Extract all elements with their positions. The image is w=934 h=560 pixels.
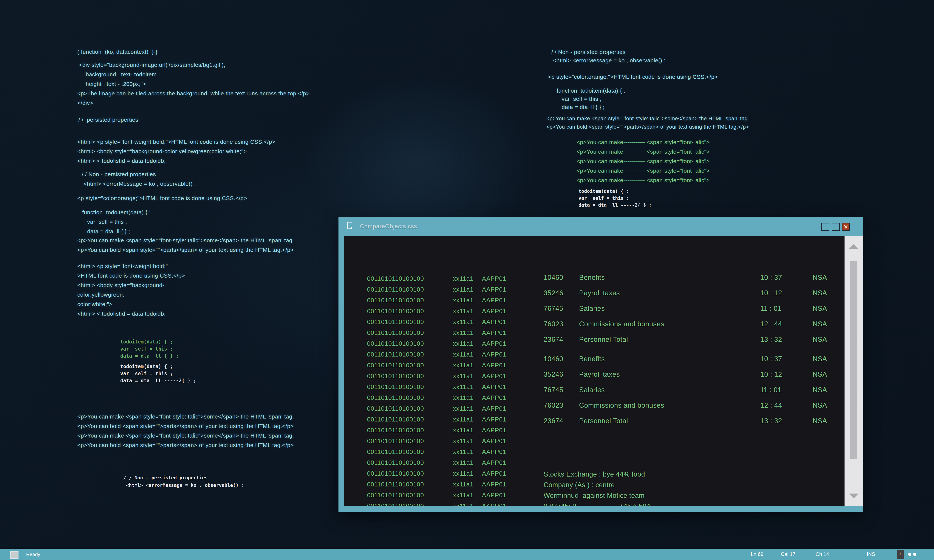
binary-row: 0011010110100100 xx11a1 AAPP01: [367, 383, 506, 394]
binary-value: 0011010110100100: [367, 372, 453, 383]
hex-value: xx11a1: [453, 470, 482, 481]
code-line: <p>You can make----------- <span style="…: [576, 157, 710, 166]
compare-objects-window: CompareObjects.css ✕ 0011010110100100 xx…: [339, 217, 863, 512]
tag-value: AAPP01: [482, 492, 506, 503]
binary-row: 0011010110100100 xx11a1 AAPP01: [367, 308, 506, 318]
ledger-label: Benefits: [579, 274, 760, 289]
status-column-indicator: Cal 17: [781, 551, 795, 557]
binary-row: 0011010110100100 xx11a1 AAPP01: [367, 286, 506, 297]
code-line: <p style="color:orange;">HTML font code …: [548, 72, 718, 82]
code-line: data = dta ll -----2{ } ;: [578, 202, 652, 209]
stocks-text-block: Stocks Exchange : bye 44% foodCompany (A…: [544, 437, 650, 506]
binary-value: 0011010110100100: [367, 492, 453, 503]
code-line: <html> <p style="font-weight:bold;": [77, 262, 185, 271]
ledger-time: 12 : 44: [760, 402, 812, 417]
hex-value: xx11a1: [453, 308, 482, 318]
code-line: <p>You can make <span style="font-style:…: [77, 412, 294, 421]
desktop: { "code": { "a1": ["( function (ko, data…: [0, 0, 934, 560]
code-block-function: ( function (ko, datacontext) } }: [77, 47, 157, 57]
tag-value: AAPP01: [482, 286, 506, 297]
ledger-label: Commissions and bonuses: [579, 402, 760, 417]
code-line: <p>You can make <span style="font-style:…: [77, 431, 294, 440]
ledger-tag: NSA: [812, 386, 845, 402]
ledger-label: Benefits: [579, 355, 760, 371]
close-button[interactable]: ✕: [842, 223, 850, 231]
ledger-tag: NSA: [812, 355, 845, 371]
hex-value: xx11a1: [453, 329, 482, 340]
code-line: >HTML font code is done using CSS.</p>: [77, 271, 185, 280]
alert-icon: !: [897, 550, 904, 559]
ledger-tag: NSA: [812, 371, 845, 386]
ledger-time: 13 : 32: [760, 335, 812, 351]
ledger-row: 35246 Payroll taxes 10 : 12 NSA: [544, 289, 845, 305]
hex-value: xx11a1: [453, 416, 482, 427]
scrollbar[interactable]: [845, 236, 863, 506]
code-block-right-pair: <p>You can make <span style="font-style:…: [546, 114, 749, 131]
tag-value: AAPP01: [482, 340, 506, 351]
binary-value: 0011010110100100: [367, 405, 453, 416]
hex-value: xx11a1: [453, 362, 482, 372]
ledger-code: 76745: [544, 305, 579, 320]
status-char-indicator: Ch 14: [815, 551, 829, 557]
binary-row: 0011010110100100 xx11a1 AAPP01: [367, 448, 506, 459]
window-titlebar[interactable]: CompareObjects.css ✕: [339, 217, 863, 236]
tag-value: AAPP01: [482, 297, 506, 308]
scroll-up-icon[interactable]: [849, 244, 858, 249]
code-line: background . text- todoitem ;: [77, 70, 310, 79]
code-line: / / Non - persisted properties: [552, 48, 666, 56]
code-line: todoitem(data) { ;: [578, 188, 652, 195]
binary-row: 0011010110100100 xx11a1 AAPP01: [367, 351, 506, 362]
ledger-label: Payroll taxes: [579, 289, 760, 305]
binary-value: 0011010110100100: [367, 459, 453, 470]
code-block-wrapped-html: <html> <p style="font-weight:bold;">HTML…: [77, 262, 185, 318]
ledger-time: 11 : 01: [760, 386, 812, 402]
binary-value: 0011010110100100: [367, 362, 453, 372]
binary-row: 0011010110100100 xx11a1 AAPP01: [367, 275, 506, 286]
minimize-button[interactable]: [821, 223, 829, 231]
code-line: todoitem(data) { ;: [120, 363, 196, 370]
ledger-row: 76023 Commissions and bonuses 12 : 44 NS…: [544, 402, 845, 417]
code-line: <p style="color:orange;">HTML font code …: [77, 193, 247, 203]
tag-value: AAPP01: [482, 416, 506, 427]
binary-row: 0011010110100100 xx11a1 AAPP01: [367, 459, 506, 470]
code-block-pair-repeat-2: <p>You can make <span style="font-style:…: [77, 431, 294, 450]
code-line: <p>You can bold <span style="">parts</sp…: [546, 123, 749, 131]
status-square-icon: [10, 551, 18, 559]
ledger-code: 76023: [544, 402, 579, 417]
binary-value: 0011010110100100: [367, 503, 453, 506]
ledger-code: 76023: [544, 320, 579, 335]
stocks-line: Company (As ) : centre: [544, 480, 650, 490]
code-line: color:yellowgreen;: [77, 290, 185, 299]
binary-row: 0011010110100100 xx11a1 AAPP01: [367, 470, 506, 481]
binary-value: 0011010110100100: [367, 427, 453, 437]
code-block-make-bold-pair: <p>You can make <span style="font-style:…: [77, 235, 294, 255]
mono-block-right: todoitem(data) { ;var self = this ;data …: [578, 188, 652, 209]
binary-list: 0011010110100100 xx11a1 AAPP01 001101011…: [367, 275, 506, 506]
binary-row: 0011010110100100 xx11a1 AAPP01: [367, 503, 506, 506]
window-title: CompareObjects.css: [360, 223, 417, 230]
scrollbar-thumb[interactable]: [850, 261, 857, 459]
ledger-time: 10 : 37: [760, 355, 812, 371]
ledger-row: 76745 Salaries 11 : 01 NSA: [544, 386, 845, 402]
code-line: var self = this ;: [120, 345, 179, 352]
code-block-pair-repeat-1: <p>You can make <span style="font-style:…: [77, 412, 294, 431]
maximize-button[interactable]: [832, 223, 840, 231]
binary-value: 0011010110100100: [367, 275, 453, 286]
ledger-time: 13 : 32: [760, 417, 812, 432]
window-bottom-border: [339, 506, 863, 512]
scroll-down-icon[interactable]: [849, 494, 858, 498]
code-block-nonpersisted-comment: / / Non - persisted properties <html> <e…: [82, 169, 196, 189]
tag-value: AAPP01: [482, 383, 506, 394]
code-line: <p>You can bold <span style="">parts</sp…: [77, 440, 294, 450]
code-line: <p>You can bold <span style="">parts</sp…: [77, 245, 294, 255]
code-line: var self = this ;: [578, 195, 652, 202]
code-line: <p>You can make <span style="font-style:…: [546, 114, 749, 123]
code-line: <html> <body style="background-: [77, 280, 185, 290]
code-block-orange-style: <p style="color:orange;">HTML font code …: [77, 193, 247, 203]
ledger-tag: NSA: [812, 289, 845, 305]
ledger-row: 10460 Benefits 10 : 37 NSA: [544, 355, 845, 371]
code-line: <html> <.todolistid = data.todoidb;: [77, 156, 275, 166]
mono-block-bottom: / / Non – persisted properties <html> <e…: [123, 474, 244, 489]
hex-value: xx11a1: [453, 437, 482, 448]
code-line: / / Non - persisted properties: [82, 169, 196, 179]
